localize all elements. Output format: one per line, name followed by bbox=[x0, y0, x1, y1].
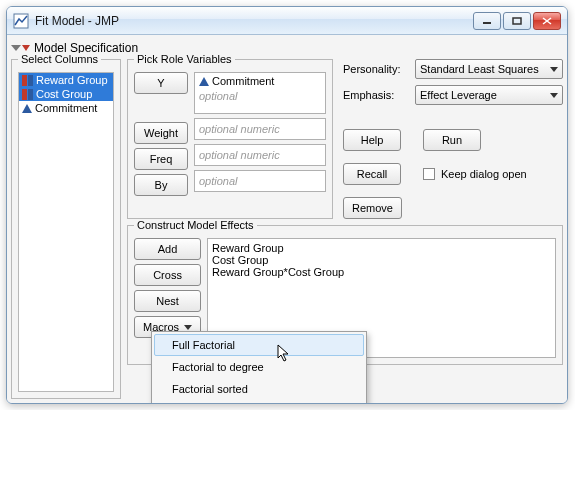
run-button[interactable]: Run bbox=[423, 129, 481, 151]
select-columns-panel: Select Columns Reward Group Cost Group C… bbox=[11, 59, 121, 399]
column-item[interactable]: Reward Group bbox=[19, 73, 113, 87]
add-button[interactable]: Add bbox=[134, 238, 201, 260]
keep-open-label: Keep dialog open bbox=[441, 168, 527, 180]
freq-button[interactable]: Freq bbox=[134, 148, 188, 170]
cursor-icon bbox=[277, 344, 291, 364]
personality-value: Standard Least Squares bbox=[420, 63, 539, 75]
y-placeholder: optional bbox=[199, 90, 238, 102]
roles-label: Pick Role Variables bbox=[134, 53, 235, 65]
app-icon bbox=[13, 13, 29, 29]
disclosure-icon bbox=[11, 45, 21, 51]
close-button[interactable] bbox=[533, 12, 561, 30]
minimize-button[interactable] bbox=[473, 12, 501, 30]
y-value: Commitment bbox=[212, 75, 274, 87]
emphasis-dropdown[interactable]: Effect Leverage bbox=[415, 85, 563, 105]
remove-button[interactable]: Remove bbox=[343, 197, 402, 219]
maximize-button[interactable] bbox=[503, 12, 531, 30]
effect-item[interactable]: Cost Group bbox=[212, 254, 551, 266]
emphasis-label: Emphasis: bbox=[343, 89, 409, 101]
window-title: Fit Model - JMP bbox=[35, 14, 473, 28]
column-name: Reward Group bbox=[36, 74, 108, 86]
macros-menu: Full Factorial Factorial to degree Facto… bbox=[151, 331, 367, 404]
freq-field[interactable]: optional numeric bbox=[194, 144, 326, 166]
hotspot-icon[interactable] bbox=[22, 45, 30, 51]
svg-rect-2 bbox=[513, 18, 521, 24]
help-button[interactable]: Help bbox=[343, 129, 401, 151]
continuous-icon bbox=[22, 104, 32, 113]
weight-field[interactable]: optional numeric bbox=[194, 118, 326, 140]
keep-open-checkbox[interactable] bbox=[423, 168, 435, 180]
personality-label: Personality: bbox=[343, 63, 409, 75]
columns-list[interactable]: Reward Group Cost Group Commitment bbox=[18, 72, 114, 392]
by-placeholder: optional bbox=[199, 175, 238, 187]
freq-placeholder: optional numeric bbox=[199, 149, 280, 161]
by-button[interactable]: By bbox=[134, 174, 188, 196]
column-name: Commitment bbox=[35, 102, 97, 114]
titlebar[interactable]: Fit Model - JMP bbox=[7, 7, 567, 35]
options-column: Personality: Standard Least Squares Emph… bbox=[343, 59, 563, 219]
role-variables-panel: Pick Role Variables Y Weight Freq By bbox=[127, 59, 333, 219]
fit-model-window: Fit Model - JMP Model Specification Sele… bbox=[6, 6, 568, 404]
continuous-icon bbox=[199, 77, 209, 86]
column-item[interactable]: Commitment bbox=[19, 101, 113, 115]
cross-button[interactable]: Cross bbox=[134, 264, 201, 286]
nominal-icon bbox=[22, 75, 33, 86]
effect-item[interactable]: Reward Group bbox=[212, 242, 551, 254]
nest-button[interactable]: Nest bbox=[134, 290, 201, 312]
weight-button[interactable]: Weight bbox=[134, 122, 188, 144]
menu-item-response-surface[interactable]: Response Surface bbox=[154, 400, 364, 404]
weight-placeholder: optional numeric bbox=[199, 123, 280, 135]
y-field[interactable]: Commitment optional bbox=[194, 72, 326, 114]
by-field[interactable]: optional bbox=[194, 170, 326, 192]
menu-item-factorial-degree[interactable]: Factorial to degree bbox=[154, 356, 364, 378]
recall-button[interactable]: Recall bbox=[343, 163, 401, 185]
column-item[interactable]: Cost Group bbox=[19, 87, 113, 101]
personality-dropdown[interactable]: Standard Least Squares bbox=[415, 59, 563, 79]
menu-item-full-factorial[interactable]: Full Factorial bbox=[154, 334, 364, 356]
column-name: Cost Group bbox=[36, 88, 92, 100]
nominal-icon bbox=[22, 89, 33, 100]
menu-item-factorial-sorted[interactable]: Factorial sorted bbox=[154, 378, 364, 400]
emphasis-value: Effect Leverage bbox=[420, 89, 497, 101]
select-columns-label: Select Columns bbox=[18, 53, 101, 65]
y-button[interactable]: Y bbox=[134, 72, 188, 94]
effect-item[interactable]: Reward Group*Cost Group bbox=[212, 266, 551, 278]
